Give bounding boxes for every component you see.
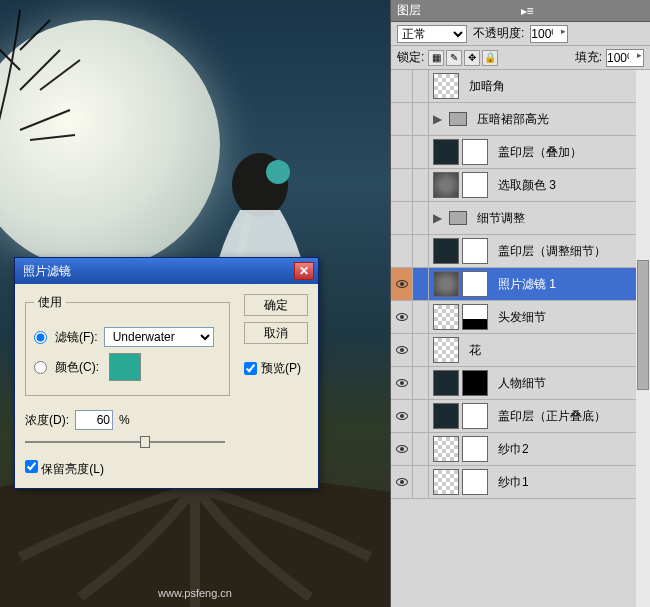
visibility-toggle[interactable] <box>391 334 413 366</box>
lock-paint-icon[interactable]: ✎ <box>446 50 462 66</box>
layer-item[interactable]: 纱巾1 <box>391 466 650 499</box>
layer-thumbnail[interactable] <box>433 271 459 297</box>
layer-thumbnail[interactable] <box>433 73 459 99</box>
layers-list[interactable]: 加暗角▶压暗裙部高光盖印层（叠加）选取颜色 3▶细节调整盖印层（调整细节）照片滤… <box>391 70 650 607</box>
use-fieldset: 使用 滤镜(F): Underwater 颜色(C): <box>25 294 230 396</box>
visibility-toggle[interactable] <box>391 235 413 267</box>
layer-name[interactable]: 加暗角 <box>463 78 650 95</box>
visibility-toggle[interactable] <box>391 400 413 432</box>
visibility-toggle[interactable] <box>391 367 413 399</box>
layer-thumbnail[interactable] <box>462 469 488 495</box>
layer-thumbnail[interactable] <box>433 172 459 198</box>
layer-item[interactable]: 盖印层（叠加） <box>391 136 650 169</box>
lock-position-icon[interactable]: ✥ <box>464 50 480 66</box>
layer-name[interactable]: 盖印层（正片叠底） <box>492 408 650 425</box>
visibility-toggle[interactable] <box>391 136 413 168</box>
filter-select[interactable]: Underwater <box>104 327 214 347</box>
dialog-titlebar[interactable]: 照片滤镜 ✕ <box>15 258 318 284</box>
scrollbar[interactable] <box>636 70 650 607</box>
close-icon[interactable]: ✕ <box>294 262 314 280</box>
layer-name[interactable]: 盖印层（调整细节） <box>492 243 650 260</box>
layer-thumbnail[interactable] <box>433 337 459 363</box>
preview-label: 预览(P) <box>261 360 301 377</box>
layer-thumbnail[interactable] <box>433 436 459 462</box>
lock-label: 锁定: <box>397 49 424 66</box>
panel-menu-icon[interactable]: ▸≡ <box>521 4 645 18</box>
visibility-toggle[interactable] <box>391 103 413 135</box>
layer-name[interactable]: 照片滤镜 1 <box>492 276 650 293</box>
layer-thumbnail[interactable] <box>433 469 459 495</box>
lock-transparency-icon[interactable]: ▦ <box>428 50 444 66</box>
layer-item[interactable]: 盖印层（正片叠底） <box>391 400 650 433</box>
lock-all-icon[interactable]: 🔒 <box>482 50 498 66</box>
dialog-title: 照片滤镜 <box>19 263 294 280</box>
layer-item[interactable]: 纱巾2 <box>391 433 650 466</box>
group-arrow-icon[interactable]: ▶ <box>433 112 442 126</box>
visibility-toggle[interactable] <box>391 202 413 234</box>
layer-thumbnail[interactable] <box>462 436 488 462</box>
layer-thumbnail[interactable] <box>433 403 459 429</box>
layer-item[interactable]: 照片滤镜 1 <box>391 268 650 301</box>
layer-item[interactable]: ▶细节调整 <box>391 202 650 235</box>
link-cell <box>413 334 429 366</box>
density-slider[interactable] <box>25 434 225 450</box>
visibility-toggle[interactable] <box>391 466 413 498</box>
layer-thumbnail[interactable] <box>462 172 488 198</box>
cancel-button[interactable]: 取消 <box>244 322 308 344</box>
layer-item[interactable]: ▶压暗裙部高光 <box>391 103 650 136</box>
layer-name[interactable]: 细节调整 <box>471 210 650 227</box>
layer-name[interactable]: 头发细节 <box>492 309 650 326</box>
layer-thumbnail[interactable] <box>433 139 459 165</box>
layer-name[interactable]: 纱巾1 <box>492 474 650 491</box>
folder-icon <box>449 211 467 225</box>
layer-name[interactable]: 纱巾2 <box>492 441 650 458</box>
layer-thumbnail[interactable] <box>433 238 459 264</box>
chevron-right-icon[interactable]: ▸ <box>637 50 642 60</box>
svg-point-1 <box>266 160 290 184</box>
visibility-toggle[interactable] <box>391 301 413 333</box>
layer-item[interactable]: 花 <box>391 334 650 367</box>
preview-checkbox[interactable] <box>244 362 257 375</box>
layer-name[interactable]: 压暗裙部高光 <box>471 111 650 128</box>
link-cell <box>413 235 429 267</box>
layer-item[interactable]: 头发细节 <box>391 301 650 334</box>
blend-mode-select[interactable]: 正常 <box>397 25 467 43</box>
group-arrow-icon[interactable]: ▶ <box>433 211 442 225</box>
filter-radio[interactable] <box>34 331 47 344</box>
layer-thumbnail[interactable] <box>433 304 459 330</box>
visibility-toggle[interactable] <box>391 169 413 201</box>
layer-thumbnail[interactable] <box>462 238 488 264</box>
color-radio[interactable] <box>34 361 47 374</box>
eye-icon <box>396 445 408 453</box>
layer-name[interactable]: 选取颜色 3 <box>492 177 650 194</box>
layer-item[interactable]: 加暗角 <box>391 70 650 103</box>
layer-thumbnail[interactable] <box>462 370 488 396</box>
density-label: 浓度(D): <box>25 412 69 429</box>
layer-thumbnail[interactable] <box>462 139 488 165</box>
layer-item[interactable]: 选取颜色 3 <box>391 169 650 202</box>
eye-icon <box>396 412 408 420</box>
layer-name[interactable]: 盖印层（叠加） <box>492 144 650 161</box>
layer-thumbnail[interactable] <box>462 403 488 429</box>
density-input[interactable] <box>75 410 113 430</box>
visibility-toggle[interactable] <box>391 268 413 300</box>
scroll-thumb[interactable] <box>637 260 649 390</box>
eye-icon <box>396 379 408 387</box>
link-cell <box>413 466 429 498</box>
layer-thumbnail[interactable] <box>433 370 459 396</box>
ok-button[interactable]: 确定 <box>244 294 308 316</box>
preserve-label: 保留亮度(L) <box>41 462 104 476</box>
layer-name[interactable]: 花 <box>463 342 650 359</box>
eye-icon <box>396 346 408 354</box>
visibility-toggle[interactable] <box>391 70 413 102</box>
layer-name[interactable]: 人物细节 <box>492 375 650 392</box>
visibility-toggle[interactable] <box>391 433 413 465</box>
layer-item[interactable]: 人物细节 <box>391 367 650 400</box>
link-cell <box>413 301 429 333</box>
chevron-right-icon[interactable]: ▸ <box>561 26 566 36</box>
layer-thumbnail[interactable] <box>462 271 488 297</box>
color-swatch[interactable] <box>109 353 141 381</box>
layer-item[interactable]: 盖印层（调整细节） <box>391 235 650 268</box>
layer-thumbnail[interactable] <box>462 304 488 330</box>
preserve-luminosity-checkbox[interactable] <box>25 460 38 473</box>
